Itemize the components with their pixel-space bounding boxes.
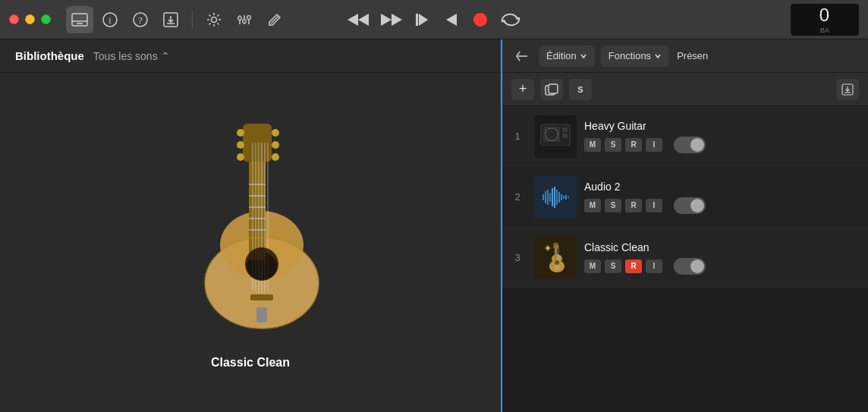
input-button-2[interactable]: I xyxy=(646,199,662,212)
input-button-3[interactable]: I xyxy=(646,259,662,273)
mute-button-2[interactable]: M xyxy=(584,199,601,212)
input-button-1[interactable]: I xyxy=(646,138,662,152)
svg-rect-91 xyxy=(553,243,558,249)
svg-marker-29 xyxy=(419,14,428,26)
svg-text:?: ? xyxy=(138,14,143,26)
fonctions-label: Fonctions xyxy=(609,50,651,61)
svg-line-15 xyxy=(218,23,219,24)
track-name-2: Audio 2 xyxy=(584,181,862,193)
track-name-1: Heavy Guitar xyxy=(584,120,862,132)
tracks-panel: Édition Fonctions Présen + S xyxy=(501,39,868,412)
add-track-button[interactable]: + xyxy=(511,79,534,100)
svg-point-38 xyxy=(237,129,244,137)
svg-rect-70 xyxy=(543,146,568,149)
svg-rect-58 xyxy=(256,307,267,322)
svg-point-40 xyxy=(237,153,244,161)
copy-track-button[interactable] xyxy=(540,79,563,100)
transport-controls xyxy=(348,11,520,28)
help-toolbar-button[interactable]: ? xyxy=(127,6,154,33)
loop-button[interactable] xyxy=(501,11,520,28)
inbox-toolbar-button[interactable] xyxy=(66,6,93,33)
time-display: 0 xyxy=(819,5,830,26)
solo-button[interactable]: S xyxy=(569,79,592,100)
track-toggle-1[interactable] xyxy=(674,137,706,153)
present-label: Présen xyxy=(677,50,708,61)
svg-marker-31 xyxy=(446,14,457,26)
svg-point-42 xyxy=(272,141,279,149)
fast-forward-button[interactable] xyxy=(381,12,402,27)
track-toggle-3[interactable] xyxy=(674,258,706,275)
svg-line-16 xyxy=(218,14,219,16)
info-toolbar-button[interactable]: i xyxy=(96,6,124,33)
library-title: Bibliothèque xyxy=(15,49,84,62)
svg-rect-30 xyxy=(416,14,418,26)
track-name-3: Classic Clean xyxy=(584,241,862,253)
svg-rect-61 xyxy=(549,84,558,93)
tracks-toolbar: + S xyxy=(502,73,868,106)
track-thumb-1 xyxy=(534,115,577,158)
left-toolbar: i ? xyxy=(66,6,288,33)
track-list: 1 Heavy Guitar M xyxy=(502,106,868,412)
solo-button-2[interactable]: S xyxy=(605,199,621,212)
solo-button-1[interactable]: S xyxy=(605,138,621,152)
svg-line-14 xyxy=(209,14,211,16)
library-panel: Bibliothèque Tous les sons ⌃ xyxy=(0,39,501,412)
edition-menu-button[interactable]: Édition xyxy=(539,46,595,67)
svg-rect-36 xyxy=(249,146,266,260)
solo-button-3[interactable]: S xyxy=(605,259,621,273)
brightness-toolbar-button[interactable] xyxy=(200,6,228,33)
track-download-button[interactable] xyxy=(836,79,859,100)
track-controls-3: M S R I xyxy=(584,258,862,275)
close-button[interactable] xyxy=(9,14,19,24)
track-thumb-3 xyxy=(534,237,577,279)
record-arm-button-1[interactable]: R xyxy=(625,138,642,152)
svg-point-55 xyxy=(245,247,278,281)
time-display-container: 0 BA xyxy=(791,4,859,36)
track-info-1: Heavy Guitar M S R I xyxy=(584,120,862,153)
download-toolbar-button[interactable] xyxy=(157,6,184,33)
table-row[interactable]: 2 xyxy=(502,167,868,228)
svg-point-22 xyxy=(243,19,247,23)
mixer-toolbar-button[interactable] xyxy=(231,6,258,33)
table-row[interactable]: 3 xyxy=(502,228,868,288)
svg-point-21 xyxy=(238,16,242,20)
svg-marker-28 xyxy=(392,14,402,26)
toolbar-separator xyxy=(192,11,193,29)
svg-point-67 xyxy=(548,131,555,138)
traffic-lights xyxy=(9,14,51,24)
track-toggle-2[interactable] xyxy=(674,197,706,214)
maximize-button[interactable] xyxy=(41,14,51,24)
edition-label: Édition xyxy=(546,50,577,61)
minimize-button[interactable] xyxy=(25,14,35,24)
svg-line-17 xyxy=(209,23,211,24)
rewind-button[interactable] xyxy=(348,12,369,27)
svg-point-9 xyxy=(212,17,217,22)
track-controls-1: M S R I xyxy=(584,137,862,153)
pencil-toolbar-button[interactable] xyxy=(261,6,288,33)
record-arm-button-2[interactable]: R xyxy=(625,199,642,212)
track-number-3: 3 xyxy=(508,252,527,263)
all-sounds-button[interactable]: Tous les sons ⌃ xyxy=(93,50,170,62)
svg-point-32 xyxy=(473,13,487,27)
play-button[interactable] xyxy=(443,11,460,28)
svg-rect-56 xyxy=(250,294,273,300)
toggle-knob-3 xyxy=(690,259,704,273)
svg-rect-68 xyxy=(562,127,568,132)
library-header: Bibliothèque Tous les sons ⌃ xyxy=(0,39,501,73)
back-button[interactable] xyxy=(511,46,533,67)
mute-button-3[interactable]: M xyxy=(584,259,601,273)
table-row[interactable]: 1 Heavy Guitar M xyxy=(502,106,868,167)
svg-point-39 xyxy=(237,141,244,149)
svg-text:i: i xyxy=(108,15,112,26)
record-arm-button-3[interactable]: R xyxy=(625,259,642,273)
instrument-name: Classic Clean xyxy=(211,356,290,370)
svg-rect-37 xyxy=(243,124,272,162)
library-body: Classic Clean xyxy=(0,73,501,412)
mute-button-1[interactable]: M xyxy=(584,138,601,152)
skip-back-button[interactable] xyxy=(414,12,431,27)
track-info-3: Classic Clean M S R I xyxy=(584,241,862,275)
fonctions-menu-button[interactable]: Fonctions xyxy=(601,46,669,67)
record-button[interactable] xyxy=(472,11,489,28)
track-thumb-2 xyxy=(534,176,577,219)
svg-marker-25 xyxy=(358,14,369,26)
